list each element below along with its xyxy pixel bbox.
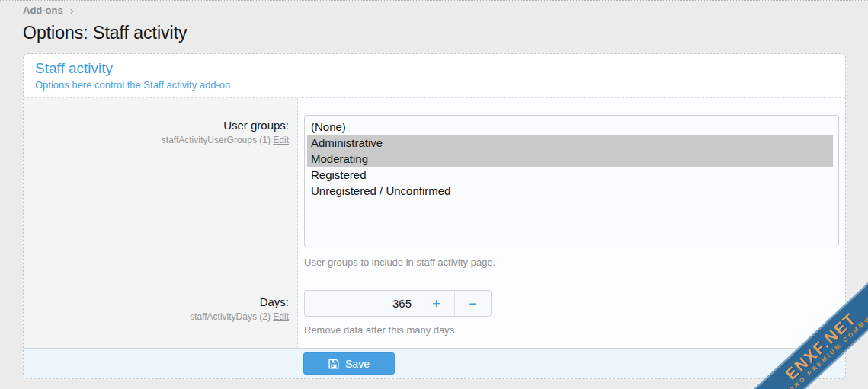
days-option-id: staffActivityDays (2): [190, 311, 271, 322]
days-row: Days: staffActivityDays (2) Edit + − Rem…: [24, 290, 845, 348]
days-edit-link[interactable]: Edit: [273, 311, 289, 322]
select-option[interactable]: Unregistered / Unconfirmed: [307, 183, 833, 199]
increment-button[interactable]: +: [418, 291, 454, 316]
user-groups-edit-link[interactable]: Edit: [273, 135, 289, 145]
days-stepper: + −: [304, 290, 492, 317]
days-label-cell: Days: staffActivityDays (2) Edit: [24, 290, 298, 337]
page-title: Options: Staff activity: [23, 23, 845, 43]
user-groups-content-cell: (None)AdministrativeModeratingRegistered…: [298, 115, 845, 269]
days-input[interactable]: [305, 291, 418, 316]
user-groups-label: User groups:: [24, 119, 289, 132]
save-button-label: Save: [345, 358, 370, 370]
select-option[interactable]: Moderating: [307, 151, 833, 167]
days-meta: staffActivityDays (2) Edit: [24, 311, 289, 322]
select-option[interactable]: Administrative: [307, 135, 833, 151]
user-groups-select[interactable]: (None)AdministrativeModeratingRegistered…: [304, 115, 839, 247]
breadcrumb: Add-ons ›: [23, 1, 845, 16]
options-page: { "page": { "breadcrumb": "Add-ons", "br…: [0, 0, 868, 389]
user-groups-option-id: staffActivityUserGroups (1): [162, 135, 271, 145]
form-body: User groups: staffActivityUserGroups (1)…: [24, 98, 845, 348]
options-panel: Staff activity Options here control the …: [23, 53, 846, 379]
floppy-disk-icon: [328, 359, 339, 369]
select-option[interactable]: (None): [307, 119, 833, 135]
breadcrumb-add-ons-link[interactable]: Add-ons: [23, 5, 63, 16]
panel-header: Staff activity Options here control the …: [24, 54, 845, 98]
user-groups-meta: staffActivityUserGroups (1) Edit: [24, 135, 289, 145]
days-content-cell: + − Remove data after this many days.: [298, 290, 845, 337]
panel-footer: Save: [24, 348, 845, 378]
chevron-right-icon: ›: [70, 5, 74, 15]
page: Add-ons › Options: Staff activity Staff …: [0, 1, 868, 379]
panel-title: Staff activity: [35, 60, 834, 77]
user-groups-hint: User groups to include in staff activity…: [304, 255, 839, 269]
days-label: Days:: [24, 295, 289, 308]
user-groups-row: User groups: staffActivityUserGroups (1)…: [24, 98, 845, 269]
panel-subtitle: Options here control the Staff activity …: [35, 79, 834, 91]
days-hint: Remove data after this many days.: [304, 323, 839, 337]
decrement-button[interactable]: −: [454, 291, 491, 316]
user-groups-label-cell: User groups: staffActivityUserGroups (1)…: [24, 115, 298, 269]
save-button[interactable]: Save: [303, 352, 395, 375]
select-option[interactable]: Registered: [307, 167, 833, 183]
